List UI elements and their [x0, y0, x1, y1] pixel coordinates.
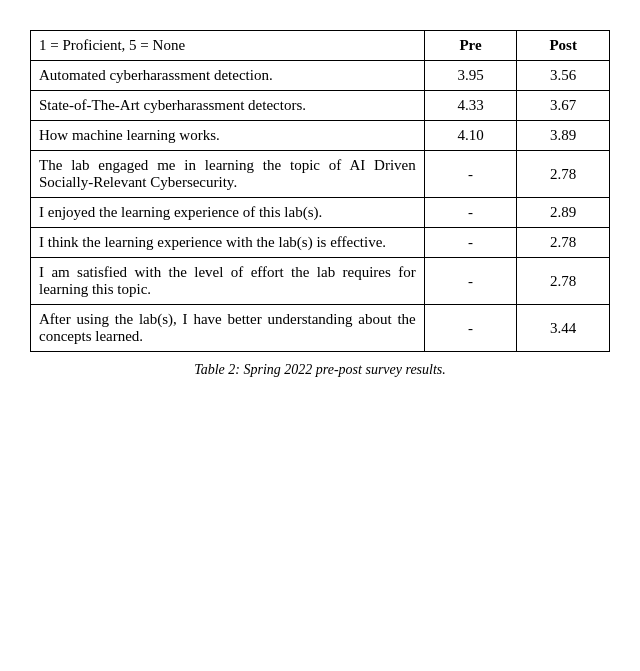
row-pre-value: -: [424, 258, 517, 305]
row-post-value: 2.78: [517, 228, 610, 258]
table-row: Automated cyberharassment detection.3.95…: [31, 61, 610, 91]
table-row: State-of-The-Art cyberharassment detecto…: [31, 91, 610, 121]
row-pre-value: 4.33: [424, 91, 517, 121]
row-pre-value: -: [424, 228, 517, 258]
row-description: I think the learning experience with the…: [31, 228, 425, 258]
row-post-value: 3.89: [517, 121, 610, 151]
row-description: The lab engaged me in learning the topic…: [31, 151, 425, 198]
row-description: Automated cyberharassment detection.: [31, 61, 425, 91]
table-row: After using the lab(s), I have better un…: [31, 305, 610, 352]
row-pre-value: -: [424, 151, 517, 198]
results-table: 1 = Proficient, 5 = None Pre Post Automa…: [30, 30, 610, 352]
row-description: I am satisfied with the level of effort …: [31, 258, 425, 305]
row-post-value: 3.67: [517, 91, 610, 121]
header-post: Post: [517, 31, 610, 61]
row-description: State-of-The-Art cyberharassment detecto…: [31, 91, 425, 121]
table-caption: Table 2: Spring 2022 pre-post survey res…: [30, 362, 610, 378]
row-description: How machine learning works.: [31, 121, 425, 151]
table-row: I think the learning experience with the…: [31, 228, 610, 258]
row-post-value: 2.78: [517, 258, 610, 305]
row-pre-value: -: [424, 198, 517, 228]
row-description: I enjoyed the learning experience of thi…: [31, 198, 425, 228]
table-row: How machine learning works.4.103.89: [31, 121, 610, 151]
row-post-value: 3.56: [517, 61, 610, 91]
header-scale-label: 1 = Proficient, 5 = None: [31, 31, 425, 61]
row-pre-value: 3.95: [424, 61, 517, 91]
row-post-value: 2.78: [517, 151, 610, 198]
table-container: 1 = Proficient, 5 = None Pre Post Automa…: [30, 30, 610, 378]
row-pre-value: -: [424, 305, 517, 352]
header-pre: Pre: [424, 31, 517, 61]
table-row: I am satisfied with the level of effort …: [31, 258, 610, 305]
row-post-value: 3.44: [517, 305, 610, 352]
table-row: I enjoyed the learning experience of thi…: [31, 198, 610, 228]
row-post-value: 2.89: [517, 198, 610, 228]
row-description: After using the lab(s), I have better un…: [31, 305, 425, 352]
row-pre-value: 4.10: [424, 121, 517, 151]
table-row: The lab engaged me in learning the topic…: [31, 151, 610, 198]
